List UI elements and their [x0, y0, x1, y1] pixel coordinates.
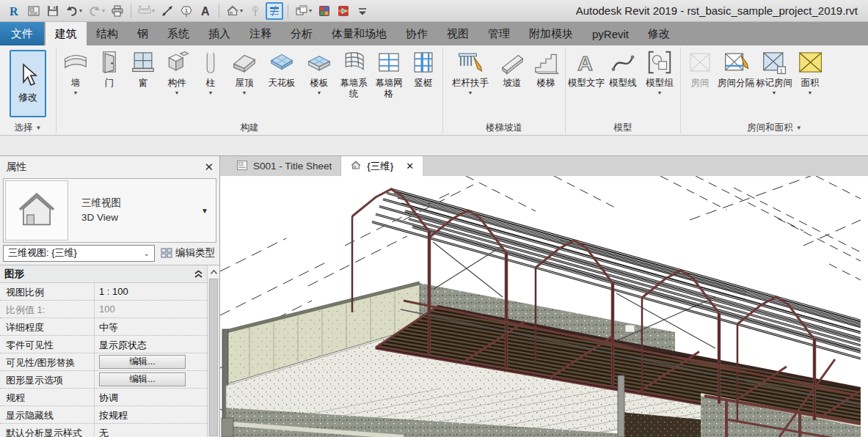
addin-colorful-icon[interactable] — [316, 2, 333, 20]
view-tab-bar: S001 - Title Sheet{三维}✕ — [220, 156, 868, 176]
toolbar-separator — [131, 4, 131, 18]
scroll-up-icon[interactable] — [208, 265, 219, 278]
text-icon[interactable]: A — [197, 2, 214, 20]
panel-label-模型[interactable]: 模型 — [566, 120, 680, 135]
property-value[interactable]: 协调 — [99, 392, 118, 405]
thin-lines-icon[interactable] — [266, 2, 283, 20]
default-3d-view-icon[interactable]: ▾ — [224, 2, 245, 20]
ribbon-button-tag-room[interactable]: 1标记房间▼ — [755, 47, 793, 119]
button-label: 楼梯 — [529, 78, 563, 89]
panel-label-楼梯坡道[interactable]: 楼梯坡道 — [443, 120, 565, 135]
tag-by-category-icon[interactable]: 1 — [178, 2, 195, 20]
chevron-down-icon: ▼ — [772, 90, 777, 95]
revit-logo-icon[interactable]: R — [6, 2, 23, 20]
property-row: 视图比例1 : 100 — [0, 283, 207, 301]
undo-icon[interactable]: ▾ — [63, 2, 84, 20]
aligned-dimension-icon[interactable] — [158, 2, 176, 20]
ribbon-button-roof[interactable]: 屋顶▼ — [227, 47, 261, 119]
panel-label-构建[interactable]: 构建 — [56, 120, 442, 135]
select-panel-label[interactable]: 选择▼ — [0, 120, 56, 135]
edit-button[interactable]: 编辑... — [99, 355, 186, 369]
drawing-area[interactable] — [220, 176, 868, 437]
ribbon-tab-插入[interactable]: 插入 — [199, 22, 240, 45]
chevron-down-icon: ▼ — [175, 90, 180, 95]
property-value[interactable]: 1 : 100 — [99, 286, 128, 297]
ribbon-tab-修改[interactable]: 修改 — [638, 22, 679, 45]
area-icon — [796, 48, 824, 76]
button-label: 房间分隔 — [717, 78, 755, 89]
ribbon-tab-协作[interactable]: 协作 — [396, 22, 437, 45]
ribbon-tab-建筑[interactable]: 建筑 — [45, 22, 87, 45]
property-value[interactable]: 无 — [99, 427, 109, 437]
property-value[interactable]: 中等 — [99, 321, 118, 334]
save-icon[interactable] — [44, 2, 62, 20]
close-icon[interactable]: ✕ — [204, 161, 214, 174]
section-icon[interactable]: 1 — [247, 2, 264, 20]
print-icon[interactable] — [109, 2, 126, 20]
scrollbar-thumb[interactable] — [209, 279, 218, 436]
type-preview[interactable]: 三维视图 3D View ▼ — [3, 178, 216, 243]
ribbon-tab-注释[interactable]: 注释 — [240, 22, 281, 45]
ribbon-tab-结构[interactable]: 结构 — [87, 22, 128, 45]
ribbon-button-column[interactable]: 柱▼ — [194, 47, 227, 119]
ribbon-tab-系统[interactable]: 系统 — [158, 22, 199, 45]
ribbon-button-area[interactable]: 面积▼ — [793, 47, 827, 119]
window-title: Autodesk Revit 2019 - rst_basic_sample_p… — [576, 4, 862, 17]
property-value[interactable]: 按规程 — [99, 409, 128, 422]
button-label: 天花板 — [261, 78, 302, 89]
ribbon-button-ceiling[interactable]: 天花板 — [261, 47, 302, 119]
properties-scrollbar[interactable] — [207, 265, 219, 437]
ribbon-button-floor[interactable]: 楼板▼ — [302, 47, 336, 119]
edit-type-button[interactable]: 编辑类型 — [159, 246, 216, 260]
home3d-icon — [350, 160, 362, 173]
ribbon-button-railing[interactable]: 栏杆扶手▼ — [445, 47, 495, 119]
edit-button[interactable]: 编辑... — [99, 372, 186, 386]
window-icon — [129, 48, 157, 76]
panel-label-房间和面积[interactable]: 房间和面积▼ — [681, 120, 868, 135]
ribbon-tab-pyRevit[interactable]: pyRevit — [583, 22, 638, 45]
file-tab[interactable]: 文件 — [0, 22, 44, 45]
ribbon-tab-附加模块[interactable]: 附加模块 — [519, 22, 583, 45]
property-label: 默认分析显示样式 — [0, 424, 94, 437]
ribbon-button-window[interactable]: 窗 — [126, 47, 160, 119]
modify-button[interactable]: 修改 — [10, 50, 46, 117]
ribbon-button-curtain-system[interactable]: 幕墙系统 — [336, 47, 371, 119]
ribbon-button-curtain-grid[interactable]: 幕墙网格 — [371, 47, 406, 119]
ribbon-tab-体量和场地[interactable]: 体量和场地 — [322, 22, 396, 45]
open-icon[interactable] — [25, 2, 43, 20]
section-header-graphics[interactable]: 图形 — [0, 265, 207, 283]
chevron-down-icon: ▼ — [36, 125, 42, 131]
component-icon — [163, 48, 191, 76]
ribbon-tab-管理[interactable]: 管理 — [478, 22, 519, 45]
type-selector-dropdown[interactable]: 三维视图: {三维}⌄ — [3, 245, 155, 262]
property-value[interactable]: 显示原状态 — [99, 339, 147, 352]
ribbon-button-room-separator[interactable]: 房间分隔 — [717, 47, 755, 119]
ribbon-tab-分析[interactable]: 分析 — [281, 22, 322, 45]
view-tab-{三维}[interactable]: {三维}✕ — [341, 156, 423, 176]
customize-qat-icon[interactable] — [354, 2, 371, 20]
addin-play-icon[interactable] — [335, 2, 352, 20]
ribbon-tab-视图[interactable]: 视图 — [437, 22, 478, 45]
ribbon-button-model-line[interactable]: 模型线 — [605, 47, 641, 119]
type-name-cn: 三维视图 — [81, 196, 121, 210]
ribbon-tab-钢[interactable]: 钢 — [128, 22, 158, 45]
chevron-down-icon[interactable]: ▼ — [201, 207, 216, 215]
ribbon-button-ramp[interactable]: 坡道 — [495, 47, 529, 119]
ribbon-button-model-group[interactable]: 模型组▼ — [641, 47, 678, 119]
redo-icon[interactable]: ▾ — [86, 2, 107, 20]
property-label: 图形显示选项 — [0, 371, 94, 388]
ribbon-button-mullion[interactable]: 竖梃 — [406, 47, 440, 119]
model-3d-view[interactable] — [220, 176, 861, 437]
close-icon[interactable]: ✕ — [406, 161, 414, 172]
property-value[interactable]: 100 — [99, 304, 115, 315]
ribbon-button-model-text[interactable]: A模型文字 — [568, 47, 605, 119]
ribbon-button-component[interactable]: 构件▼ — [160, 47, 194, 119]
ribbon-button-stair[interactable]: 楼梯 — [529, 47, 563, 119]
collapse-icon — [194, 270, 203, 279]
button-label: 幕墙网格 — [371, 78, 406, 100]
view-tab-S001 - Title Sheet[interactable]: S001 - Title Sheet — [227, 156, 341, 176]
ribbon-button-door[interactable]: 门 — [92, 47, 126, 119]
measure-icon[interactable]: ▾ — [136, 2, 157, 20]
ribbon-button-wall[interactable]: 墙▼ — [59, 47, 92, 119]
switch-windows-icon[interactable]: ▾ — [293, 2, 314, 20]
